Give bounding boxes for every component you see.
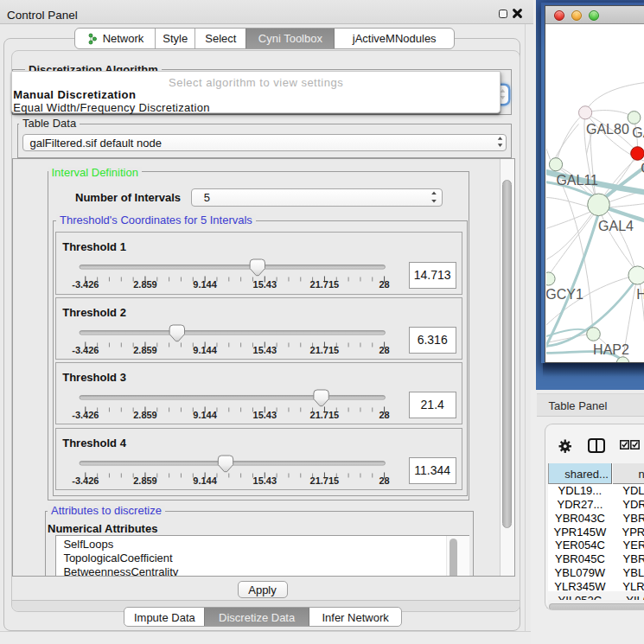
- svg-text:15.43: 15.43: [253, 345, 277, 355]
- svg-text:GAL4: GAL4: [598, 218, 634, 233]
- svg-text:28: 28: [379, 280, 390, 290]
- svg-text:H: H: [636, 287, 644, 302]
- svg-text:HAP2: HAP2: [593, 341, 629, 356]
- svg-text:GAL11: GAL11: [556, 172, 598, 187]
- svg-text:15.43: 15.43: [253, 410, 277, 420]
- svg-text:28: 28: [379, 410, 390, 420]
- svg-text:9.144: 9.144: [194, 475, 218, 486]
- svg-text:GCY1: GCY1: [546, 287, 583, 302]
- svg-text:-3.426: -3.426: [72, 280, 99, 290]
- svg-text:21.715: 21.715: [310, 410, 340, 420]
- svg-text:2.859: 2.859: [133, 280, 157, 290]
- svg-text:21.715: 21.715: [310, 475, 340, 486]
- svg-text:-3.426: -3.426: [72, 345, 99, 355]
- svg-text:2.859: 2.859: [133, 410, 157, 420]
- svg-text:9.144: 9.144: [194, 345, 218, 355]
- svg-text:2.859: 2.859: [133, 345, 157, 355]
- svg-text:-3.426: -3.426: [72, 475, 99, 486]
- svg-text:GAL80: GAL80: [586, 121, 629, 136]
- svg-text:GA: GA: [632, 125, 644, 140]
- svg-text:-3.426: -3.426: [72, 410, 99, 420]
- svg-text:9.144: 9.144: [194, 280, 218, 290]
- svg-text:15.43: 15.43: [253, 475, 277, 486]
- svg-text:28: 28: [379, 345, 390, 355]
- svg-text:9.144: 9.144: [194, 410, 218, 420]
- svg-text:28: 28: [379, 475, 390, 486]
- svg-text:2.859: 2.859: [133, 475, 157, 486]
- svg-text:21.715: 21.715: [310, 280, 340, 290]
- svg-text:C: C: [641, 161, 644, 175]
- svg-text:15.43: 15.43: [253, 280, 277, 290]
- svg-text:21.715: 21.715: [310, 345, 340, 355]
